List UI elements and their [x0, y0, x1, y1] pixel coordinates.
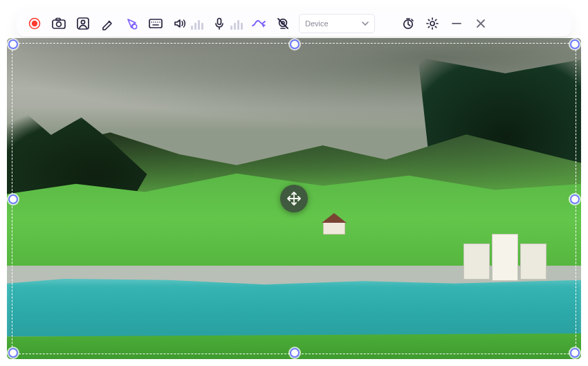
- capture-preview: [7, 38, 581, 359]
- timer-button[interactable]: [397, 12, 419, 35]
- record-button[interactable]: [24, 12, 46, 35]
- selection-overlay: [7, 38, 581, 359]
- close-button[interactable]: [470, 12, 492, 35]
- keyboard-icon: [148, 17, 163, 30]
- screen-recorder-window: Device: [0, 0, 588, 366]
- cursor-highlight-button[interactable]: [120, 12, 143, 35]
- recorder-toolbar: Device: [17, 10, 571, 37]
- cursor-path-button[interactable]: [248, 12, 270, 35]
- selection-handle-top-right[interactable]: [570, 39, 580, 49]
- svg-point-6: [81, 20, 84, 24]
- draw-button[interactable]: [96, 12, 118, 35]
- device-select[interactable]: Device: [299, 14, 375, 33]
- selection-handle-middle-left[interactable]: [8, 194, 18, 204]
- selection-move-button[interactable]: [280, 185, 308, 212]
- svg-point-20: [430, 21, 434, 26]
- svg-point-7: [132, 24, 136, 28]
- svg-point-1: [32, 20, 37, 26]
- screenshot-button[interactable]: [48, 12, 70, 35]
- speaker-icon: [173, 17, 187, 30]
- selection-handle-bottom-middle[interactable]: [290, 348, 300, 358]
- system-audio-group: [169, 12, 203, 35]
- close-icon: [475, 18, 486, 29]
- microphone-level-meter: [230, 17, 243, 30]
- keystroke-button[interactable]: [145, 12, 167, 35]
- record-icon: [28, 17, 42, 30]
- cursor-path-icon: [251, 17, 266, 30]
- person-box-icon: [76, 17, 90, 30]
- webcam-off-button[interactable]: [272, 12, 294, 35]
- svg-rect-8: [149, 19, 162, 28]
- microphone-group: [208, 12, 243, 35]
- webcam-off-icon: [276, 17, 290, 30]
- svg-point-3: [57, 21, 62, 26]
- camera-icon: [51, 17, 66, 30]
- minimize-button[interactable]: [445, 12, 468, 35]
- svg-rect-15: [218, 18, 221, 24]
- microphone-icon: [212, 17, 226, 30]
- selection-handle-bottom-right[interactable]: [570, 348, 580, 358]
- microphone-button[interactable]: [208, 12, 230, 35]
- selection-handle-top-left[interactable]: [8, 39, 18, 49]
- minimize-icon: [451, 18, 462, 29]
- selection-handle-top-middle[interactable]: [290, 39, 300, 49]
- system-audio-button[interactable]: [169, 12, 191, 35]
- timer-icon: [401, 17, 415, 30]
- cursor-click-icon: [125, 17, 138, 30]
- device-select-label: Device: [305, 19, 329, 28]
- settings-button[interactable]: [421, 12, 443, 35]
- webcam-button[interactable]: [72, 12, 94, 35]
- pencil-icon: [100, 17, 114, 30]
- svg-rect-4: [56, 18, 60, 20]
- chevron-down-icon: [362, 20, 369, 27]
- system-audio-level-meter: [191, 17, 203, 30]
- selection-handle-middle-right[interactable]: [570, 194, 580, 204]
- selection-handle-bottom-left[interactable]: [8, 348, 18, 358]
- gear-icon: [425, 17, 439, 30]
- move-arrows-icon: [286, 191, 302, 206]
